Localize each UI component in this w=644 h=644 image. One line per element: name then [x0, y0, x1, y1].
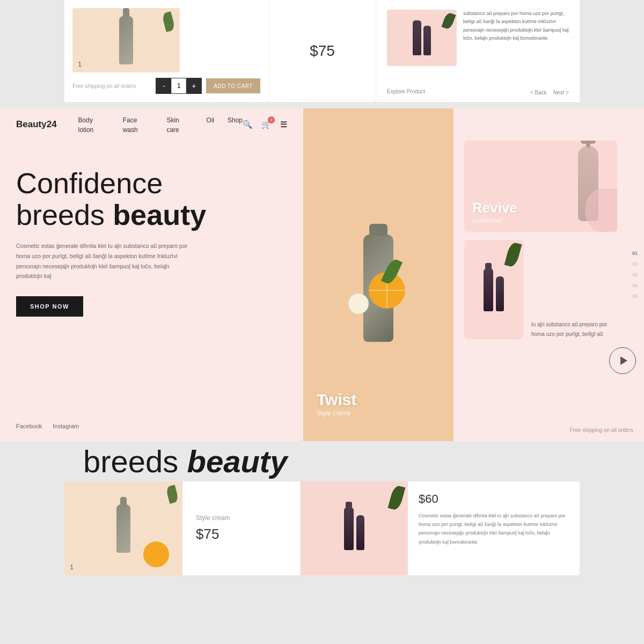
page-indicator-2: 02 [632, 261, 638, 267]
hero-description: Cosmetic estas ĝenerale difınita klel Iu… [16, 241, 193, 282]
bottom-orange [143, 541, 169, 567]
dark-bottle-1 [484, 268, 493, 311]
site-logo: Beauty24 [16, 119, 57, 130]
instagram-link[interactable]: Instagram [53, 423, 79, 429]
nav-links: Body lotion Face wash Skin care Oil Shop [78, 115, 243, 134]
top-left-panel: 1 Free shipping on all orders - 1 + ADD … [64, 0, 268, 102]
next-link[interactable]: Next > [553, 90, 569, 96]
bottom-style-label: Style cream [196, 514, 287, 522]
bottom-section: breeds beauty 1 Style cream $75 [0, 441, 644, 644]
pink-fluff-decoration [585, 189, 617, 232]
bottom-product-row: Iu aĵn substanco aŭ preparo por homa uzo… [464, 240, 617, 430]
shop-now-button[interactable]: SHOP NOW [16, 296, 83, 317]
free-shipping-label: Free shipping on all orders [72, 83, 136, 89]
bottom-description: Cosmetic estas ĝenerale difınita klel Iu… [419, 511, 569, 546]
play-triangle-icon [620, 356, 627, 365]
bottom-counter: 1 [70, 563, 74, 571]
product-price: $75 [310, 42, 335, 60]
twist-product-type: Style creme [317, 409, 356, 417]
dark-bottle-2 [496, 276, 504, 311]
page-indicator-5: 05 [632, 294, 638, 299]
nav-shop[interactable]: Shop [228, 116, 243, 124]
image-counter: 1 [78, 60, 82, 68]
facebook-link[interactable]: Facebook [16, 423, 42, 429]
navigation: Beauty24 Body lotion Face wash Skin care… [0, 108, 303, 141]
cart-badge: 0 [268, 116, 275, 123]
cart-icon-wrapper[interactable]: 🛒 0 [261, 120, 272, 129]
bottom-card: 1 Style cream $75 $60 Cosmetic estas ĝen… [64, 481, 580, 575]
free-shipping-right: Free shipping on all orders [570, 427, 633, 433]
top-right-panel: substanco aŭ preparo por homa uzo por pu… [376, 0, 580, 102]
quantity-controls: - 1 + [156, 78, 202, 94]
top-right-desc: substanco aŭ preparo por homa uzo por pu… [463, 10, 569, 42]
page-indicators: 01 02 03 04 05 [632, 251, 638, 299]
twist-bottle [363, 235, 393, 342]
nav-right-icons: 🔍 🛒 0 ☰ [243, 120, 287, 129]
bottom-hero-text-area: breeds beauty [0, 441, 644, 481]
top-card: 1 Free shipping on all orders - 1 + ADD … [64, 0, 580, 102]
qty-plus-button[interactable]: + [186, 78, 201, 93]
bottom-price-large: $60 [419, 492, 569, 506]
bottom-center-info: Style cream $75 [182, 481, 301, 575]
flower-decoration [348, 294, 369, 314]
nav-oil[interactable]: Oil [206, 116, 214, 124]
page-indicator-4: 04 [632, 283, 638, 288]
hero-content: Confidence breeds beauty Cosmetic estas … [16, 167, 292, 317]
page-indicator-1: 01 [632, 251, 638, 256]
back-link[interactable]: < Back [530, 90, 547, 96]
top-product-image: 1 [72, 8, 180, 72]
nav-body-lotion[interactable]: Body lotion [78, 116, 94, 134]
page-indicator-3: 03 [632, 272, 638, 277]
bottom-hero-partial: breeds beauty [83, 443, 287, 479]
product-description: Iu aĵn substanco aŭ preparo por homa uzo… [531, 320, 617, 339]
twist-product-label: Twist Style creme [317, 391, 356, 417]
add-to-cart-button[interactable]: ADD TO CART [206, 78, 260, 93]
leaf-decoration [162, 11, 175, 32]
bottom-right-image [301, 481, 408, 575]
play-button[interactable] [609, 347, 636, 374]
top-right-image [387, 10, 457, 66]
top-section-wrapper: 1 Free shipping on all orders - 1 + ADD … [0, 0, 644, 108]
menu-icon[interactable]: ☰ [280, 120, 287, 129]
qty-display: 1 [171, 78, 186, 93]
revive-product-type: Conditioner [472, 217, 517, 224]
bottom-leaf [165, 485, 179, 504]
explore-product-link[interactable]: Explore Product [387, 89, 425, 94]
revive-card: Revive Conditioner [464, 141, 617, 232]
left-panel: Beauty24 Body lotion Face wash Skin care… [0, 108, 303, 441]
social-links: Facebook Instagram [16, 423, 79, 429]
nav-face-wash[interactable]: Face wash [123, 116, 138, 134]
hero-title: Confidence breeds beauty [16, 167, 292, 231]
bottom-right-info: $60 Cosmetic estas ĝenerale difınita kle… [408, 481, 580, 575]
middle-section: Beauty24 Body lotion Face wash Skin care… [0, 108, 644, 441]
twist-product-name: Twist [317, 391, 356, 409]
top-mid-panel: $75 [268, 0, 376, 102]
bottom-left-image: 1 [64, 481, 182, 575]
product-info-area: Iu aĵn substanco aŭ preparo por homa uzo… [531, 240, 617, 339]
nav-skin-care[interactable]: Skin care [166, 116, 179, 134]
center-panel: Twist Style creme [303, 108, 453, 441]
qty-minus-button[interactable]: - [156, 78, 171, 93]
search-icon[interactable]: 🔍 [243, 120, 253, 129]
bottom-price: $75 [196, 526, 287, 543]
right-panel: Revive Conditioner [453, 108, 644, 441]
small-product-card [464, 240, 523, 339]
plant-decoration-small [504, 241, 522, 268]
revive-product-name: Revive [472, 200, 517, 216]
bottom-plant [388, 485, 406, 511]
